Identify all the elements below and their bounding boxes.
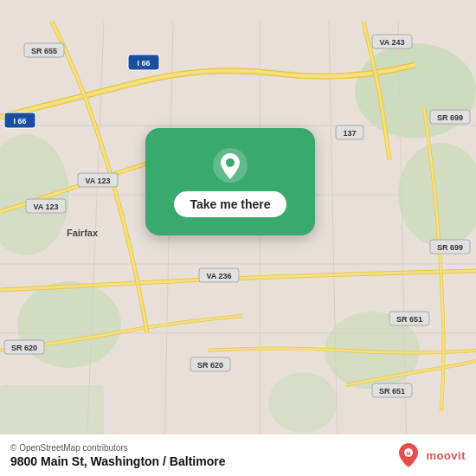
moovit-logo: M moovit [395,441,466,469]
copyright-text: © OpenStreetMap contributors [10,443,225,453]
svg-text:SR 655: SR 655 [31,47,57,55]
svg-text:VA 236: VA 236 [206,272,231,280]
svg-point-47 [226,158,235,167]
map-background: SR 655 I 66 I 66 VA 123 VA 123 VA 243 13… [0,0,476,476]
bottom-bar: © OpenStreetMap contributors 9800 Main S… [0,434,476,476]
svg-text:VA 123: VA 123 [33,203,58,211]
moovit-logo-icon: M [395,441,422,469]
svg-text:M: M [407,451,411,456]
svg-point-6 [268,372,338,433]
svg-text:SR 651: SR 651 [396,315,422,324]
svg-text:SR 620: SR 620 [197,361,223,370]
svg-text:I 66: I 66 [137,59,150,68]
svg-text:VA 243: VA 243 [379,38,404,47]
svg-text:I 66: I 66 [13,117,26,125]
bottom-left-info: © OpenStreetMap contributors 9800 Main S… [10,443,225,468]
svg-text:Fairfax: Fairfax [67,228,99,238]
svg-text:SR 699: SR 699 [437,113,463,122]
location-card: Take me there [145,128,315,235]
address-text: 9800 Main St, Washington / Baltimore [10,454,225,468]
location-pin-icon [211,146,249,184]
svg-text:SR 699: SR 699 [437,243,463,252]
svg-point-4 [17,281,121,368]
svg-text:SR 620: SR 620 [11,344,37,352]
moovit-label: moovit [426,449,466,462]
svg-text:VA 123: VA 123 [85,177,110,185]
svg-text:SR 651: SR 651 [379,387,405,396]
take-me-there-button[interactable]: Take me there [174,191,286,217]
map-container: SR 655 I 66 I 66 VA 123 VA 123 VA 243 13… [0,0,476,476]
svg-text:137: 137 [343,129,356,138]
